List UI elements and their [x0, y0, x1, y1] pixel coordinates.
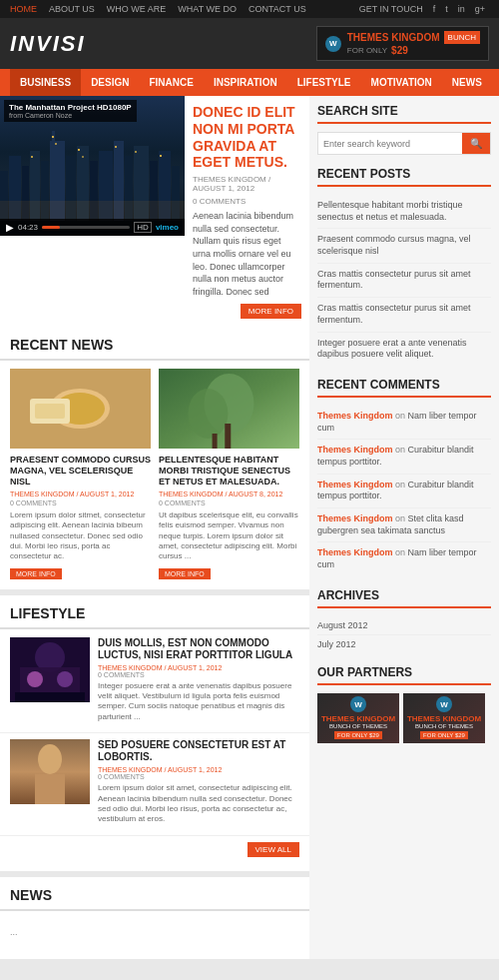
svg-rect-30 [35, 404, 65, 419]
comment-on-5: on [395, 547, 405, 557]
video-bg: The Manhattan Project HD1080P from Camer… [0, 96, 185, 236]
search-button[interactable]: 🔍 [462, 133, 490, 154]
featured-more-info[interactable]: MORE INFO [241, 304, 301, 319]
recent-post-3[interactable]: Cras mattis consectetur purus sit amet f… [317, 264, 491, 298]
partner-1-price: FOR ONLY $29 [334, 731, 382, 739]
comment-on-4: on [395, 513, 405, 523]
search-section: SEARCH SITE 🔍 [317, 104, 491, 155]
nav-what[interactable]: WHAT WE DO [178, 4, 237, 14]
news-item-1-more[interactable]: MORE INFO [10, 568, 62, 579]
comment-author-5[interactable]: Themes Kingdom [317, 547, 393, 557]
site-logo[interactable]: INVISI [10, 31, 86, 57]
nav-lifestyle[interactable]: LIFESTYLE [287, 69, 361, 96]
social-google[interactable]: g+ [475, 4, 485, 14]
lifestyle-item-2: SED POSUERE CONSECTETUR EST AT LOBORTIS.… [0, 739, 309, 836]
svg-rect-42 [15, 692, 85, 702]
news-item-1-comments: 0 COMMENTS [10, 499, 151, 506]
lifestyle-item-1-content: DUIS MOLLIS, EST NON COMMODO LUCTUS, NIS… [98, 637, 299, 723]
lifestyle-section: LIFESTYLE DUIS MOLLIS, EST NON COMMODO L… [0, 595, 309, 871]
recent-post-5[interactable]: Integer posuere erat a ante venenatis da… [317, 333, 491, 366]
partner-1-logo: THEMES KINGDOM [321, 714, 395, 723]
progress-bar[interactable] [42, 226, 130, 229]
archive-item-1[interactable]: August 2012 [317, 616, 491, 635]
comment-author-2[interactable]: Themes Kingdom [317, 445, 393, 455]
header-banner[interactable]: W THEMES KINGDOM BUNCH FOR ONLY $29 [316, 26, 489, 61]
recent-comment-2: Themes Kingdom on Curabitur blandit temp… [317, 440, 491, 474]
nav-inspiration[interactable]: INSPIRATION [204, 69, 287, 96]
featured-section: The Manhattan Project HD1080P from Camer… [0, 96, 309, 327]
comment-on-1: on [395, 411, 405, 421]
nav-business[interactable]: BUSINESS [10, 69, 81, 96]
svg-rect-24 [160, 155, 162, 157]
news-item-1-text: Lorem ipsum dolor sitmet, consectetur ad… [10, 510, 151, 562]
video-title: The Manhattan Project HD1080P [9, 103, 132, 112]
search-title: SEARCH SITE [317, 104, 491, 124]
news-item-1-title: PRAESENT COMMODO CURSUS MAGNA, VEL SCELE… [10, 455, 151, 487]
for-only-label: FOR ONLY [347, 46, 387, 55]
svg-rect-22 [115, 146, 117, 148]
recent-comments-title: RECENT COMMENTS [317, 378, 491, 398]
news-item-2-meta: THEMES KINGDOM / AUGUST 8, 2012 [159, 490, 299, 497]
lifestyle-item-1: DUIS MOLLIS, EST NON COMMODO LUCTUS, NIS… [0, 637, 309, 734]
partner-2-price: FOR ONLY $29 [420, 731, 468, 739]
lifestyle-item-2-text: Lorem ipsum dolor sit amet, consectetur … [98, 783, 299, 825]
food-image [10, 369, 151, 449]
nav-contact[interactable]: CONTACT US [249, 4, 306, 14]
nav-about[interactable]: ABOUT US [49, 4, 95, 14]
bunch-badge: BUNCH [444, 31, 480, 44]
comment-author-4[interactable]: Themes Kingdom [317, 513, 393, 523]
svg-point-45 [38, 744, 62, 774]
comment-author-3[interactable]: Themes Kingdom [317, 480, 393, 490]
view-all-button[interactable]: VIEW ALL [248, 842, 299, 857]
content-area: The Manhattan Project HD1080P from Camer… [0, 96, 309, 959]
partner-2[interactable]: W THEMES KINGDOM BUNCH OF THEMES FOR ONL… [403, 693, 485, 743]
play-button[interactable]: ▶ [6, 222, 14, 233]
news-bottom-title: NEWS [0, 877, 309, 911]
comment-author-1[interactable]: Themes Kingdom [317, 411, 393, 421]
featured-video[interactable]: The Manhattan Project HD1080P from Camer… [0, 96, 185, 236]
archive-item-2[interactable]: July 2012 [317, 635, 491, 653]
svg-rect-46 [35, 774, 65, 804]
partner-2-logo: THEMES KINGDOM [407, 714, 481, 723]
time-display: 04:23 [18, 223, 38, 232]
recent-comment-1: Themes Kingdom on Nam liber tempor cum [317, 406, 491, 440]
social-linkedin[interactable]: in [458, 4, 465, 14]
lifestyle-title: LIFESTYLE [0, 595, 309, 629]
lifestyle-thumb-1 [10, 637, 90, 702]
svg-rect-17 [52, 136, 54, 138]
recent-post-1[interactable]: Pellentesque habitant morbi tristique se… [317, 195, 491, 229]
svg-rect-19 [31, 156, 33, 158]
svg-rect-23 [135, 151, 137, 153]
social-twitter[interactable]: t [445, 4, 448, 14]
featured-comments: 0 COMMENTS [193, 197, 301, 206]
svg-rect-25 [0, 201, 185, 221]
search-box: 🔍 [317, 132, 491, 155]
social-facebook[interactable]: f [433, 4, 436, 14]
search-input[interactable] [318, 133, 462, 154]
video-controls: ▶ 04:23 HD vimeo [0, 219, 185, 236]
recent-post-4[interactable]: Cras mattis consectetur purus sit amet f… [317, 298, 491, 332]
featured-video-wrapper: The Manhattan Project HD1080P from Camer… [0, 96, 185, 327]
nav-design[interactable]: DESIGN [81, 69, 139, 96]
news-grid: PRAESENT COMMODO CURSUS MAGNA, VEL SCELE… [0, 369, 309, 588]
lifestyle-item-1-comments: 0 COMMENTS [98, 671, 299, 678]
news-item-2-text: Ut dapibus scelerisque elit, eu convalli… [159, 510, 299, 562]
recent-post-2[interactable]: Praesent commodo cursus magna, vel scele… [317, 229, 491, 263]
news-bottom-section: NEWS ... [0, 877, 309, 959]
nav-news[interactable]: NEWS [442, 69, 492, 96]
news-item-2-more[interactable]: MORE INFO [159, 568, 211, 579]
news-placeholder: ... [0, 919, 309, 959]
top-bar: HOME ABOUT US WHO WE ARE WHAT WE DO CONT… [0, 0, 499, 18]
recent-posts-section: RECENT POSTS Pellentesque habitant morbi… [317, 167, 491, 366]
nav-motivation[interactable]: MOTIVATION [361, 69, 442, 96]
main-container: The Manhattan Project HD1080P from Camer… [0, 96, 499, 959]
partner-1[interactable]: W THEMES KINGDOM BUNCH OF THEMES FOR ONL… [317, 693, 399, 743]
nav-finance[interactable]: FINANCE [139, 69, 203, 96]
svg-point-34 [188, 389, 228, 439]
news-item-1: PRAESENT COMMODO CURSUS MAGNA, VEL SCELE… [10, 369, 151, 578]
nav-home[interactable]: HOME [10, 4, 37, 14]
recent-comment-5: Themes Kingdom on Nam liber tempor cum [317, 542, 491, 575]
news-thumb-1 [10, 369, 151, 449]
themes-kingdom-logo: THEMES KINGDOM [347, 32, 440, 43]
nav-who[interactable]: WHO WE ARE [107, 4, 167, 14]
